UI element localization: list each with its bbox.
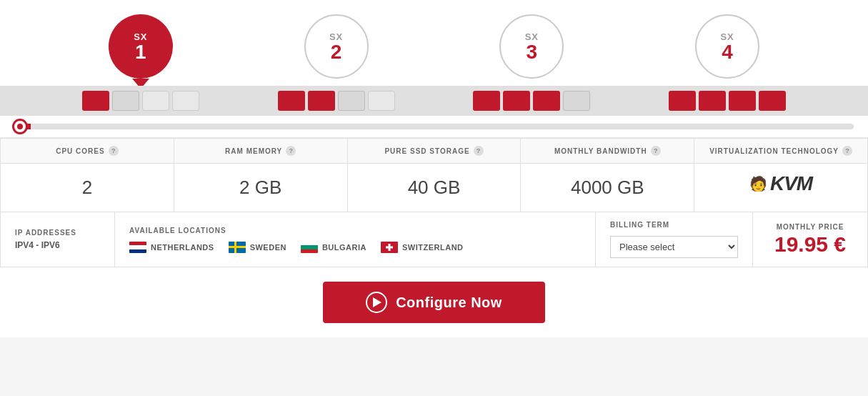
server-unit-g2 xyxy=(338,91,365,111)
server-group-2 xyxy=(278,91,395,111)
server-unit-r10 xyxy=(759,91,786,111)
spec-ssd-value: 40 GB xyxy=(348,164,521,212)
price-label: MONTHLY PRICE xyxy=(777,223,844,231)
server-unit-r4 xyxy=(473,91,500,111)
server-unit-r5 xyxy=(503,91,530,111)
server-group-4 xyxy=(669,91,786,111)
server-unit-r6 xyxy=(533,91,560,111)
slider-track xyxy=(14,122,854,132)
kvm-figure-icon: 🧑 xyxy=(749,175,767,192)
configure-section: Configure Now xyxy=(0,267,868,337)
server-bar xyxy=(0,86,868,116)
plan-number-sx1: 1 xyxy=(135,42,146,62)
spec-ssd: PURE SSD STORAGE ? 40 GB xyxy=(348,139,522,212)
spec-cpu-title: CPU CORES xyxy=(56,147,104,155)
plan-selector: SX 1 SX 2 SX 3 SX 4 xyxy=(0,14,868,79)
slider-container xyxy=(0,116,868,138)
flag-switzerland-icon xyxy=(381,242,398,253)
locations-section: AVAILABLE LOCATIONS NETHERLANDS SWEDEN B… xyxy=(115,212,596,267)
ip-value: IPV4 - IPV6 xyxy=(15,240,100,250)
billing-select[interactable]: Please select Monthly Quarterly Semi-Ann… xyxy=(610,236,738,258)
plan-sx4[interactable]: SX 4 xyxy=(695,14,759,79)
spec-virt-value: 🧑 KVM xyxy=(694,164,867,204)
ram-help-icon[interactable]: ? xyxy=(286,146,296,156)
flag-bulgaria-icon xyxy=(301,242,318,253)
locations-label: AVAILABLE LOCATIONS xyxy=(129,227,581,234)
location-nl[interactable]: NETHERLANDS xyxy=(129,242,214,253)
server-unit-l1 xyxy=(142,91,169,111)
location-bg[interactable]: BULGARIA xyxy=(301,242,366,253)
plan-sx1[interactable]: SX 1 xyxy=(109,14,173,79)
bottom-section: IP ADDRESSES IPV4 - IPV6 AVAILABLE LOCAT… xyxy=(0,212,868,267)
play-triangle-icon xyxy=(373,297,381,307)
spec-ssd-header: PURE SSD STORAGE ? xyxy=(348,139,521,164)
spec-virt: VIRTUALIZATION TECHNOLOGY ? 🧑 KVM xyxy=(694,139,867,212)
spec-bandwidth-title: MONTHLY BANDWIDTH xyxy=(554,147,647,155)
spec-virt-header: VIRTUALIZATION TECHNOLOGY ? xyxy=(694,139,867,164)
spec-ram: RAM MEMORY ? 2 GB xyxy=(174,139,348,212)
plan-bubble-sx2[interactable]: SX 2 xyxy=(304,14,369,79)
server-unit-r2 xyxy=(278,91,305,111)
spec-cpu-value: 2 xyxy=(1,164,174,212)
ssd-help-icon[interactable]: ? xyxy=(474,146,484,156)
price-value: 19.95 € xyxy=(774,232,846,257)
server-unit-g1 xyxy=(112,91,139,111)
locations-flags: NETHERLANDS SWEDEN BULGARIA SWITZERLAND xyxy=(129,242,581,253)
server-unit-r3 xyxy=(308,91,335,111)
configure-now-button[interactable]: Configure Now xyxy=(323,282,545,323)
specs-table: CPU CORES ? 2 RAM MEMORY ? 2 GB PURE SSD… xyxy=(0,138,868,212)
plan-bubble-sx3[interactable]: SX 3 xyxy=(499,14,564,79)
server-group-3 xyxy=(473,91,590,111)
server-unit-l3 xyxy=(368,91,395,111)
spec-ssd-title: PURE SSD STORAGE xyxy=(384,147,469,155)
billing-section: BILLING TERM Please select Monthly Quart… xyxy=(596,212,753,267)
server-unit-l2 xyxy=(172,91,199,111)
flag-netherlands-icon xyxy=(129,242,146,253)
location-se[interactable]: SWEDEN xyxy=(229,242,286,253)
slider-rail xyxy=(14,124,854,129)
spec-ram-value: 2 GB xyxy=(174,164,347,212)
server-group-1 xyxy=(82,91,199,111)
server-unit-r7 xyxy=(669,91,696,111)
plan-sx2[interactable]: SX 2 xyxy=(304,14,369,79)
location-se-label: SWEDEN xyxy=(250,243,286,252)
main-container: SX 1 SX 2 SX 3 SX 4 xyxy=(0,0,868,337)
location-ch-label: SWITZERLAND xyxy=(402,243,464,252)
virt-help-icon[interactable]: ? xyxy=(842,146,852,156)
server-units xyxy=(0,86,868,116)
slider-thumb[interactable] xyxy=(12,119,28,134)
kvm-logo: 🧑 KVM xyxy=(749,172,812,195)
server-unit-r8 xyxy=(699,91,726,111)
slider-thumb-inner xyxy=(17,124,23,129)
spec-bandwidth-header: MONTHLY BANDWIDTH ? xyxy=(521,139,694,164)
plan-sx3[interactable]: SX 3 xyxy=(499,14,564,79)
plan-number-sx4: 4 xyxy=(722,42,733,62)
location-nl-label: NETHERLANDS xyxy=(151,243,214,252)
spec-ram-header: RAM MEMORY ? xyxy=(174,139,347,164)
bandwidth-help-icon[interactable]: ? xyxy=(651,146,661,156)
server-unit-r1 xyxy=(82,91,109,111)
location-ch[interactable]: SWITZERLAND xyxy=(381,242,464,253)
plan-bubble-sx1[interactable]: SX 1 xyxy=(109,14,173,79)
flag-sweden-icon xyxy=(229,242,246,253)
configure-now-label: Configure Now xyxy=(396,294,502,311)
server-unit-g3 xyxy=(563,91,590,111)
price-section: MONTHLY PRICE 19.95 € xyxy=(753,212,867,267)
billing-label: BILLING TERM xyxy=(610,221,738,229)
plan-bubble-sx4[interactable]: SX 4 xyxy=(695,14,759,79)
swiss-cross-icon xyxy=(386,244,393,251)
spec-bandwidth-value: 4000 GB xyxy=(521,164,694,212)
kvm-text: KVM xyxy=(770,172,812,195)
spec-cpu: CPU CORES ? 2 xyxy=(1,139,174,212)
spec-virt-title: VIRTUALIZATION TECHNOLOGY xyxy=(709,147,839,155)
location-bg-label: BULGARIA xyxy=(322,243,366,252)
cpu-help-icon[interactable]: ? xyxy=(109,146,119,156)
server-unit-r9 xyxy=(729,91,756,111)
spec-bandwidth: MONTHLY BANDWIDTH ? 4000 GB xyxy=(521,139,694,212)
spec-cpu-header: CPU CORES ? xyxy=(1,139,174,164)
ip-section: IP ADDRESSES IPV4 - IPV6 xyxy=(1,212,115,267)
plan-number-sx3: 3 xyxy=(527,42,538,62)
play-circle-icon xyxy=(366,292,387,313)
ip-label: IP ADDRESSES xyxy=(15,229,100,237)
spec-ram-title: RAM MEMORY xyxy=(225,147,282,155)
